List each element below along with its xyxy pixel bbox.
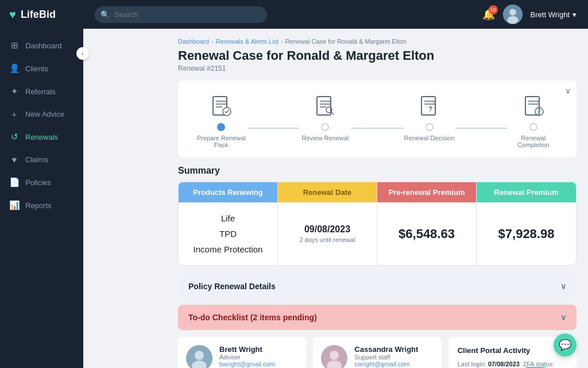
summary-col-date: Renewal Date 09/08/2023 2 days until ren… [278,182,377,265]
svg-point-26 [330,351,339,360]
summary-header-products: Products Renewing [179,182,277,202]
topnav: 🔍 🔔 10 Brett Wright ▾ [83,0,588,29]
sidebar-collapse-button[interactable]: ‹ [76,47,89,60]
team-role-brett: Adviser [219,354,298,361]
team-name-brett: Brett Wright [219,345,298,354]
search-icon: 🔍 [100,10,110,19]
summary-col-pre-premium: Pre-renewal Premium $6,548.63 [377,182,477,265]
portal-login-row: Last login: 07/08/2023 4:21pm 2FA status… [458,361,567,368]
team-info-brett: Brett Wright Adviser bwright@gmail.com 0… [219,345,298,368]
sidebar-item-renewals[interactable]: ↺ Renewals [0,125,83,148]
team-name-cassandra: Cassandra Wright [354,345,433,354]
team-card-cassandra: Cassandra Wright Support staff cwright@g… [313,337,441,368]
svg-rect-18 [525,97,539,115]
chat-fab-button[interactable]: 💬 [554,334,577,356]
workflow-step-prepare[interactable]: Prepare Renewal Pack [195,92,247,148]
summary-col-premium: Renewal Premium $7,928.98 [477,182,576,265]
chevron-down-icon: ▾ [572,10,577,19]
sidebar-item-new-advice[interactable]: + New Advice [0,103,83,125]
step-icon-decision: ? [416,92,443,120]
team-email-cassandra: cwright@gmail.com [354,361,433,367]
step-icon-review [311,92,339,120]
app-name: LifeBid [21,9,56,21]
days-until-renewal: 2 days until renewal [299,236,355,243]
workflow-steps: Prepare Renewal Pack Review Renewal ? Re… [195,92,559,148]
team-card-inner-brett: Brett Wright Adviser bwright@gmail.com 0… [186,345,298,368]
notification-button[interactable]: 🔔 10 [482,8,495,21]
breadcrumb-renewals[interactable]: Renewals & Alerts List [216,38,278,45]
workflow-connector-1 [351,128,404,129]
clients-icon: 👤 [9,63,20,74]
svg-rect-8 [317,97,331,115]
page-title: Renewal Case for Ronald & Margaret Elton [178,48,577,63]
workflow-connector-0 [247,128,300,129]
user-name-label: Brett Wright [531,10,570,19]
step-label-prepare: Prepare Renewal Pack [195,135,247,148]
team-section: Brett Wright Adviser bwright@gmail.com 0… [178,337,577,368]
team-card-inner-cassandra: Cassandra Wright Support staff cwright@g… [321,345,433,368]
workflow-step-decision[interactable]: ? Renewal Decision [403,92,455,141]
product-income: Income Protection [194,241,263,257]
accordion-todo-label: To-do Checklist (2 items pending) [188,313,317,322]
referrals-icon: ✦ [9,86,20,97]
workflow-collapse-button[interactable]: ∨ [565,86,571,95]
pre-renewal-amount: $6,548.63 [399,227,455,241]
sidebar-item-referrals[interactable]: ✦ Referrals [0,80,83,103]
sidebar-item-claims[interactable]: ♥ Claims [0,148,83,171]
step-dot-review [321,123,329,131]
summary-body-date: 09/08/2023 2 days until renewal [292,202,362,265]
accordion-policy-renewal: Policy Renewal Details ∨ [178,274,577,299]
team-info-cassandra: Cassandra Wright Support staff cwright@g… [354,345,433,368]
summary-col-products: Products Renewing Life TPD Income Protec… [179,182,278,265]
breadcrumb-current: Renewal Case for Ronald & Margaret Elton [285,38,407,45]
summary-header-pre-premium: Pre-renewal Premium [377,182,476,202]
breadcrumb-sep-1: › [211,38,214,45]
renewal-date: 09/08/2023 [304,224,350,235]
app-logo: ♥ LifeBid [0,0,83,29]
team-avatar-cassandra [321,345,347,368]
logo-icon: ♥ [9,8,16,21]
product-tpd: TPD [194,226,263,241]
svg-text:?: ? [428,105,432,113]
step-icon-completion [520,92,547,120]
team-avatar-brett [186,345,212,368]
sidebar-label-referrals: Referrals [25,87,56,96]
svg-point-2 [507,16,518,24]
main-content: Dashboard › Renewals & Alerts List › Ren… [167,29,588,368]
step-dot-completion [529,123,537,131]
sidebar-label-dashboard: Dashboard [25,41,62,50]
products-list: Life TPD Income Protection [194,210,263,257]
breadcrumb-sep-2: › [281,38,283,45]
accordion-policy-header[interactable]: Policy Renewal Details ∨ [178,274,577,299]
sidebar-item-clients[interactable]: 👤 Clients [0,57,83,80]
sidebar-label-policies: Policies [25,178,51,187]
team-card-brett: Brett Wright Adviser bwright@gmail.com 0… [178,337,306,368]
sidebar-label-renewals: Renewals [25,133,58,141]
accordion-todo: To-do Checklist (2 items pending) ∨ [178,305,577,330]
workflow-card: ∨ Prepare Renewal Pack Review Renewal ? … [178,80,577,158]
accordion-policy-chevron: ∨ [560,282,566,291]
svg-line-13 [331,112,334,114]
sidebar: ♥ LifeBid ⊞ Dashboard👤 Clients✦ Referral… [0,0,83,368]
user-menu[interactable]: Brett Wright ▾ [531,10,577,19]
svg-point-23 [195,351,204,360]
search-input[interactable] [95,6,267,23]
workflow-step-completion[interactable]: Renewal Completion [507,92,559,148]
accordion-todo-chevron: ∨ [560,313,566,322]
product-life: Life [194,210,263,226]
reports-icon: 📊 [9,200,20,210]
sidebar-item-policies[interactable]: 📄 Policies [0,171,83,194]
sidebar-item-dashboard[interactable]: ⊞ Dashboard [0,34,83,57]
breadcrumb-dashboard[interactable]: Dashboard [178,38,209,45]
svg-point-1 [509,9,516,16]
policies-icon: 📄 [9,177,20,187]
portal-title-label: Client Portal Activity [458,346,531,355]
workflow-step-review[interactable]: Review Renewal [299,92,351,141]
sidebar-item-reports[interactable]: 📊 Reports [0,194,83,217]
accordion-todo-header[interactable]: To-do Checklist (2 items pending) ∨ [178,305,577,330]
sidebar-label-clients: Clients [25,64,48,73]
workflow-connector-2 [455,128,508,129]
summary-title: Summary [178,166,577,176]
step-icon-prepare [207,92,235,120]
claims-icon: ♥ [9,155,20,164]
